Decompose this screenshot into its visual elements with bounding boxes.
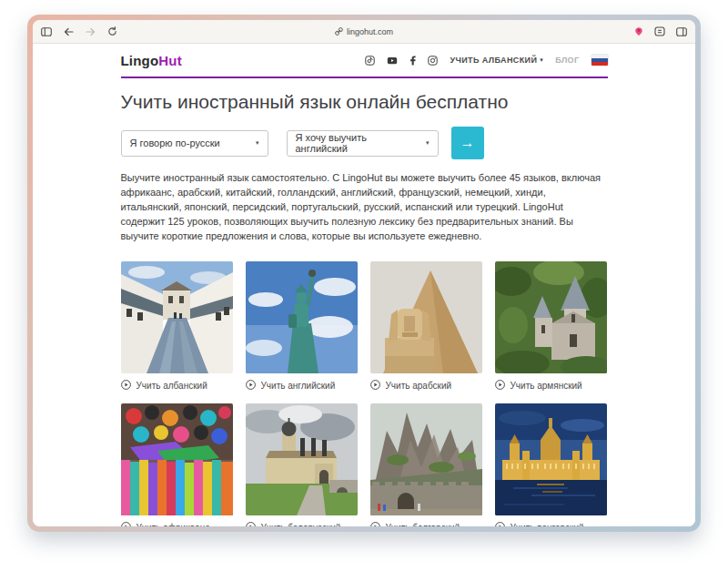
card-label-text: Учить арабский	[386, 381, 452, 391]
play-icon	[246, 380, 256, 392]
reader-extension-icon[interactable]	[654, 26, 665, 36]
play-icon	[121, 380, 131, 392]
intro-description: Выучите иностранный язык самостоятельно.…	[121, 171, 608, 244]
chevron-down-icon: ▾	[540, 56, 543, 64]
language-card-armenian[interactable]: Учить армянский	[495, 261, 607, 392]
albanian-street-image	[121, 261, 233, 373]
instagram-icon[interactable]	[428, 56, 438, 66]
russian-flag-icon[interactable]	[592, 55, 608, 66]
sidebar-toggle-icon[interactable]	[41, 27, 52, 36]
card-label-text: Учить армянский	[511, 381, 582, 391]
play-icon	[370, 380, 380, 392]
belarusian-castle-image	[246, 403, 358, 515]
hungarian-parliament-night-image	[495, 403, 607, 515]
language-card-albanian[interactable]: Учить албанский	[121, 261, 233, 392]
url-text: lingohut.com	[347, 27, 393, 36]
logo-text-lingo: Lingo	[121, 53, 159, 68]
armenian-monastery-image	[495, 261, 607, 373]
facebook-icon[interactable]	[410, 56, 416, 66]
reload-icon[interactable]	[107, 26, 117, 36]
nav-item-blog[interactable]: БЛОГ	[555, 56, 579, 65]
card-label-text: Учить белорусский	[261, 523, 341, 526]
go-button[interactable]: →	[451, 127, 484, 159]
chevron-down-icon: ▾	[256, 139, 259, 147]
language-card-english[interactable]: Учить английский	[246, 261, 358, 392]
logo-text-hut: Hut	[158, 53, 182, 68]
language-picker-row: Я говорю по-русски ▾ Я хочу выучить англ…	[121, 127, 608, 159]
link-icon	[335, 27, 343, 36]
i-speak-select-value: Я говорю по-русски	[130, 138, 220, 148]
pink-pin-icon[interactable]	[634, 26, 643, 36]
play-icon	[495, 380, 505, 392]
lingohut-logo[interactable]: LingoHut	[121, 53, 182, 68]
site-header: LingoHut	[121, 44, 608, 78]
language-card-bulgarian[interactable]: Учить болгарский	[370, 403, 482, 526]
play-icon	[370, 522, 380, 526]
play-icon	[246, 522, 256, 526]
colorful-beads-market-image	[121, 403, 233, 515]
site-nav: УЧИТЬ АЛБАНСКИЙ ▾ БЛОГ	[365, 55, 607, 66]
play-icon	[121, 522, 131, 526]
i-want-to-learn-select[interactable]: Я хочу выучить английский ▾	[287, 130, 439, 157]
language-card-hungarian[interactable]: Учить венгерский	[495, 403, 607, 526]
right-arrow-icon: →	[460, 136, 475, 150]
youtube-icon[interactable]	[387, 56, 398, 66]
sphinx-and-pyramid-image	[370, 261, 482, 373]
language-card-afrikaans[interactable]: Учить африкаанс	[121, 403, 233, 526]
language-card-arabic[interactable]: Учить арабский	[370, 261, 482, 392]
browser-window: lingohut.com LingoHut	[27, 15, 701, 532]
learn-language-dropdown-label: УЧИТЬ АЛБАНСКИЙ	[450, 56, 537, 65]
learn-language-dropdown[interactable]: УЧИТЬ АЛБАНСКИЙ ▾	[450, 56, 543, 65]
statue-of-liberty-image	[246, 261, 358, 373]
i-speak-select[interactable]: Я говорю по-русски ▾	[121, 130, 268, 157]
card-label-text: Учить английский	[261, 381, 336, 391]
belogradchik-fortress-image	[370, 403, 482, 515]
language-card-belarusian[interactable]: Учить белорусский	[246, 403, 358, 526]
i-want-to-learn-select-value: Я хочу выучить английский	[296, 132, 419, 154]
page-title: Учить иностранный язык онлайн бесплатно	[121, 91, 608, 113]
tab-sidebar-icon[interactable]	[676, 27, 687, 36]
page-content: LingoHut	[33, 44, 695, 526]
language-cards-grid: Учить албанский	[121, 261, 608, 526]
address-bar[interactable]: lingohut.com	[335, 27, 393, 36]
forward-icon[interactable]	[86, 27, 96, 36]
card-label-text: Учить албанский	[136, 381, 207, 391]
card-label-text: Учить венгерский	[511, 523, 584, 526]
chevron-down-icon: ▾	[426, 139, 430, 147]
tiktok-icon[interactable]	[365, 56, 375, 66]
card-label-text: Учить африкаанс	[136, 523, 210, 526]
browser-toolbar: lingohut.com	[33, 20, 695, 44]
play-icon	[495, 522, 505, 526]
back-icon[interactable]	[64, 27, 74, 36]
card-label-text: Учить болгарский	[386, 523, 460, 526]
